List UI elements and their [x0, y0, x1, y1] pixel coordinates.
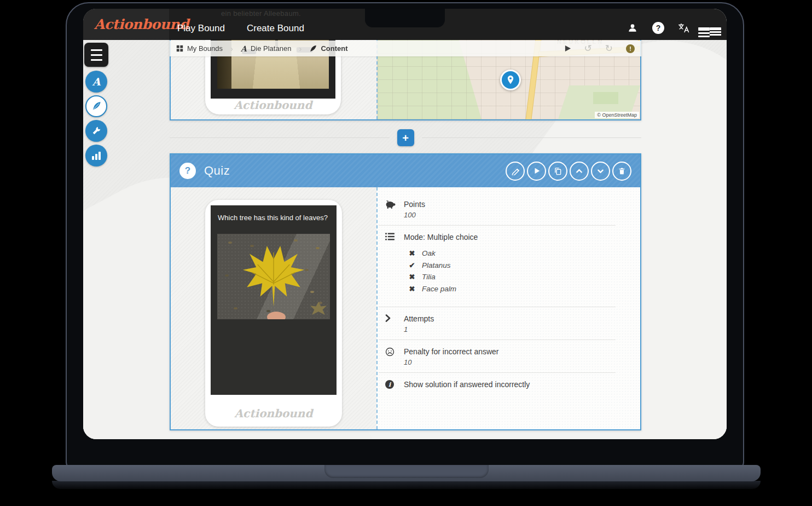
quiz-card-title: Quiz [204, 164, 230, 178]
plane-leaf-illustration [237, 242, 310, 309]
main-nav: Play Bound Create Bound [177, 23, 304, 34]
bound-icon: A [241, 44, 247, 53]
wrong-answer-icon [408, 273, 416, 281]
hand-holding-leaf [267, 312, 286, 319]
row-divider [379, 340, 616, 340]
answer-row: Oak [408, 248, 478, 260]
page-content: A [83, 40, 727, 439]
move-down-icon[interactable] [591, 162, 610, 181]
breadcrumb-content[interactable]: Content [309, 44, 347, 53]
answer-row: Tilia [408, 271, 478, 283]
add-element-button[interactable]: + [397, 129, 414, 146]
feather-icon [309, 45, 317, 53]
menu-icon[interactable] [704, 22, 716, 34]
laptop-base-shadow [52, 481, 761, 489]
map-pin-icon [500, 70, 521, 90]
delete-icon[interactable] [612, 162, 631, 181]
attempts-value: 1 [404, 325, 434, 334]
mode-label: Mode: Multiple choice [404, 232, 478, 242]
laptop-base [52, 465, 761, 481]
quiz-card-header: ? Quiz [171, 154, 640, 187]
breadcrumb-actions: ! [564, 43, 635, 54]
points-row: Points 100 [378, 195, 640, 223]
attempts-row: Attempts 1 [378, 309, 640, 337]
help-icon[interactable]: ? [652, 22, 664, 34]
navbar-right-icons: ? [627, 22, 716, 34]
sidebar-item-settings[interactable] [85, 120, 107, 142]
alert-icon[interactable]: ! [626, 44, 635, 53]
nav-create-bound[interactable]: Create Bound [247, 23, 304, 34]
points-label: Points [404, 199, 425, 209]
row-divider [379, 307, 616, 307]
answer-row: Face palm [408, 283, 478, 295]
play-icon[interactable] [527, 162, 546, 181]
user-icon[interactable] [627, 22, 639, 34]
mode-row: Mode: Multiple choice Oak Pl [378, 228, 640, 304]
brand-logo-block[interactable]: Actionbound [83, 9, 169, 40]
feather-icon [91, 101, 101, 111]
answer-row: Platanus [408, 260, 478, 272]
answer-list: Oak Platanus Tilia [404, 248, 478, 295]
browser-viewport: ein beliebter Alleebaum. Actionbound Pla… [83, 9, 727, 439]
camera-notch [365, 9, 445, 27]
quiz-details-panel: Points 100 [376, 187, 640, 429]
quiz-type-icon: ? [179, 163, 196, 179]
wrench-icon [91, 126, 101, 136]
quiz-toolbar [506, 162, 631, 181]
chevron-separator-icon: › [299, 44, 301, 53]
breadcrumb-bound-name[interactable]: A Die Platanen [241, 44, 291, 53]
laptop-mockup: ein beliebter Alleebaum. Actionbound Pla… [0, 0, 812, 506]
sidebar-item-statistics[interactable] [85, 145, 107, 166]
sidebar-item-content[interactable] [85, 95, 107, 117]
phone-mockup: Which tree has this kind of leaves? [205, 200, 342, 427]
edit-icon[interactable] [506, 162, 525, 181]
quiz-element-card: ? Quiz [170, 153, 641, 430]
bar-chart-icon [92, 152, 101, 160]
piggy-bank-icon [385, 199, 404, 220]
editor-sidebar: A [84, 43, 109, 166]
penalty-row: Penalty for incorrect answer 10 [378, 342, 640, 370]
sidebar-menu-button[interactable] [84, 43, 108, 67]
map-park-area [593, 92, 618, 104]
breadcrumb-my-bounds[interactable]: My Bounds [176, 44, 223, 53]
move-up-icon[interactable] [570, 162, 589, 181]
chevron-right-icon [385, 314, 404, 334]
answer-text: Oak [422, 249, 436, 257]
points-value: 100 [404, 210, 425, 220]
wrong-answer-icon [408, 249, 416, 257]
quiz-question-text: Which tree has this kind of leaves? [211, 205, 337, 227]
brand-logo[interactable]: Actionbound [94, 16, 189, 32]
list-icon [385, 232, 404, 301]
quiz-card-body: Which tree has this kind of leaves? [171, 187, 640, 429]
answer-text: Face palm [422, 285, 456, 293]
phone-screen: Which tree has this kind of leaves? [211, 205, 337, 395]
sidebar-item-bound[interactable]: A [85, 71, 107, 93]
redo-icon[interactable] [605, 43, 613, 54]
leaf-photo [217, 234, 330, 319]
nav-play-bound[interactable]: Play Bound [177, 23, 225, 34]
preview-play-icon[interactable] [564, 45, 571, 52]
divider-line [170, 137, 390, 138]
info-icon: i [385, 380, 404, 389]
bound-icon: A [92, 76, 101, 88]
duplicate-icon[interactable] [548, 162, 567, 181]
row-divider [379, 225, 616, 226]
wrong-answer-icon [408, 285, 416, 293]
answer-text: Tilia [422, 273, 436, 281]
row-divider [379, 372, 616, 373]
solution-label: Show solution if answered incorrectly [404, 380, 530, 389]
sad-face-icon [385, 347, 404, 367]
chevron-separator-icon: › [230, 44, 233, 53]
quiz-phone-preview-panel: Which tree has this kind of leaves? [171, 187, 376, 429]
translate-icon[interactable] [678, 22, 690, 34]
laptop-screen-shell: ein beliebter Alleebaum. Actionbound Pla… [66, 2, 744, 469]
add-element-row: + [170, 129, 641, 146]
attempts-label: Attempts [404, 314, 434, 324]
correct-answer-icon [408, 261, 416, 269]
map-attribution: © OpenStreetMap [595, 112, 639, 118]
divider-line [422, 137, 642, 138]
breadcrumb: My Bounds › A Die Platanen › [170, 41, 641, 56]
penalty-value: 10 [404, 358, 499, 367]
undo-icon[interactable] [584, 43, 592, 54]
solution-row: i Show solution if answered incorrectly [378, 375, 640, 393]
